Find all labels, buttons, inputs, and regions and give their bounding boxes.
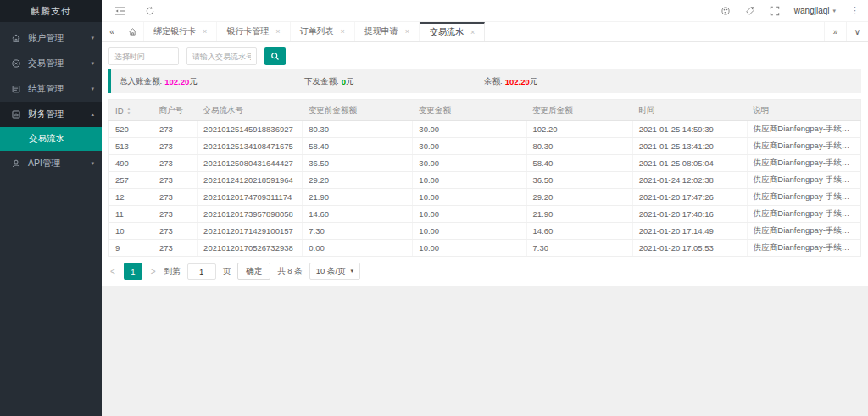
fullscreen-icon[interactable]: [770, 6, 780, 16]
summary-item: 下发金额:0元: [304, 69, 353, 93]
table-cell: 10.00: [413, 172, 526, 189]
sidebar-item-交易管理[interactable]: 交易管理▾: [0, 51, 102, 76]
column-header-ID[interactable]: ID▴▾: [109, 100, 153, 121]
table-cell: 29.20: [526, 189, 632, 206]
current-page-button[interactable]: 1: [124, 263, 142, 280]
user-menu[interactable]: wangjiaqi ▾: [794, 6, 836, 15]
next-page-icon[interactable]: >: [149, 267, 158, 276]
collapse-menu-icon[interactable]: [114, 6, 126, 16]
column-header-商户号: 商户号: [153, 100, 198, 121]
summary-unit: 元: [189, 76, 198, 87]
summary-value: 102.20: [164, 77, 189, 86]
flow-number-input[interactable]: [186, 47, 257, 65]
kebab-menu-icon[interactable]: ⋮: [850, 5, 860, 16]
table-cell: 供应商Dianfengpay-手续费8.1-订单号: [747, 121, 860, 138]
column-header-交易流水号: 交易流水号: [198, 100, 303, 121]
table-cell: 供应商Dianfengpay-手续费2.7-订单号: [747, 189, 860, 206]
table-cell: 20210120170526732938: [198, 240, 303, 257]
home-icon: [11, 33, 22, 44]
table-cell: 供应商Dianfengpay-手续费8.1-订单号: [747, 138, 860, 155]
per-page-select[interactable]: 10 条/页 ▾: [309, 263, 360, 280]
sidebar-item-API管理[interactable]: API管理▾: [0, 151, 102, 176]
table-cell: 273: [153, 138, 198, 155]
per-page-value: 10 条/页: [316, 266, 346, 277]
sidebar-group: 账户管理▾: [0, 25, 102, 51]
table-cell: 2021-01-25 13:41:20: [632, 138, 747, 155]
sidebar-group: API管理▾: [0, 151, 102, 176]
table-cell: 21.90: [526, 206, 632, 223]
app-logo: 麒麟支付: [0, 0, 102, 22]
goto-page-input[interactable]: [187, 263, 216, 280]
table-row: 5202732021012514591883692780.3030.00102.…: [109, 121, 861, 138]
prev-page-icon[interactable]: <: [108, 267, 117, 276]
sidebar-menu: 账户管理▾交易管理▾结算管理▾财务管理▴交易流水API管理▾: [0, 22, 102, 176]
main-area: wangjiaqi ▾ ⋮ « 绑定银行卡×银行卡管理×订单列表×提现申请×交易…: [102, 0, 868, 416]
table-cell: 供应商Dianfengpay-手续费2.7-订单号: [747, 172, 860, 189]
search-button[interactable]: [264, 47, 286, 65]
tab-提现申请[interactable]: 提现申请×: [355, 22, 420, 41]
sidebar-item-label: 结算管理: [28, 83, 64, 95]
tab-绑定银行卡[interactable]: 绑定银行卡×: [144, 22, 217, 41]
column-header-说明: 说明: [747, 100, 860, 121]
summary-unit: 元: [346, 76, 354, 87]
close-icon[interactable]: ×: [470, 28, 475, 36]
sidebar-subitem-交易流水[interactable]: 交易流水: [0, 127, 102, 151]
sidebar-item-财务管理[interactable]: 财务管理▴: [0, 102, 102, 127]
table-cell: 7.30: [303, 223, 413, 240]
summary-item: 余额:102.20元: [484, 69, 537, 93]
tabs-menu-icon[interactable]: ∨: [846, 22, 868, 41]
sidebar-item-label: API管理: [28, 158, 60, 169]
table-cell: 273: [153, 223, 198, 240]
table-cell: 30.00: [413, 155, 526, 172]
date-filter-input[interactable]: [108, 47, 179, 65]
chevron-down-icon: ▾: [832, 8, 836, 14]
goto-label: 到第: [164, 266, 181, 277]
table-cell: 14.60: [303, 206, 413, 223]
table-cell: 513: [109, 138, 153, 155]
tag-icon[interactable]: [745, 6, 755, 16]
tabs-collapse-icon[interactable]: «: [102, 22, 122, 41]
close-icon[interactable]: ×: [405, 27, 409, 36]
transactions-table: ID▴▾商户号交易流水号变更前金额额变更金额变更后金额时间说明 52027320…: [108, 99, 861, 257]
chevron-up-icon: ▴: [91, 111, 94, 118]
column-header-时间: 时间: [632, 100, 747, 121]
chevron-down-icon: ▾: [91, 60, 94, 67]
close-icon[interactable]: ×: [203, 27, 207, 36]
column-header-变更金额: 变更金额: [413, 100, 526, 121]
chevron-down-icon: ▾: [91, 35, 94, 42]
sidebar-item-结算管理[interactable]: 结算管理▾: [0, 76, 102, 102]
tab-label: 订单列表: [300, 25, 334, 37]
table-cell: 36.50: [526, 172, 632, 189]
table-cell: 0.00: [303, 240, 413, 257]
summary-label: 余额:: [484, 76, 503, 87]
table-cell: 10.00: [413, 206, 526, 223]
tabs-strip: 绑定银行卡×银行卡管理×订单列表×提现申请×交易流水×: [144, 22, 485, 41]
table-cell: 20210125145918836927: [198, 121, 303, 138]
tab-home-button[interactable]: [122, 22, 144, 41]
table-row: 4902732021012508043164442736.5030.0058.4…: [109, 155, 861, 172]
tab-交易流水[interactable]: 交易流水×: [420, 22, 485, 41]
table-cell: 102.20: [526, 121, 632, 138]
sidebar: 麒麟支付 账户管理▾交易管理▾结算管理▾财务管理▴交易流水API管理▾: [0, 0, 102, 416]
refresh-icon[interactable]: [145, 6, 155, 16]
tab-银行卡管理[interactable]: 银行卡管理×: [217, 22, 290, 41]
sidebar-item-账户管理[interactable]: 账户管理▾: [0, 25, 102, 51]
tabs-forward-icon[interactable]: »: [824, 22, 846, 41]
table-cell: 80.30: [303, 121, 413, 138]
tab-label: 提现申请: [364, 25, 398, 37]
table-cell: 供应商Dianfengpay-手续费2.7-订单号: [747, 223, 860, 240]
confirm-page-button[interactable]: 确定: [237, 263, 270, 280]
tab-订单列表[interactable]: 订单列表×: [291, 22, 355, 41]
close-icon[interactable]: ×: [275, 27, 280, 36]
sidebar-group: 财务管理▴交易流水: [0, 102, 102, 151]
summary-value: 102.20: [505, 77, 530, 86]
pagination: < 1 > 到第 页 确定 共 8 条 10 条/页 ▾: [108, 263, 861, 280]
table-cell: 供应商Dianfengpay-手续费2.7-订单号: [747, 240, 860, 257]
transaction-icon: [11, 58, 22, 69]
palette-icon[interactable]: [721, 6, 731, 16]
table-cell: 2021-01-24 12:02:38: [632, 172, 747, 189]
sort-icon[interactable]: ▴▾: [128, 107, 131, 114]
chevron-down-icon: ▾: [91, 86, 94, 92]
close-icon[interactable]: ×: [341, 27, 345, 36]
table-cell: 520: [109, 121, 153, 138]
